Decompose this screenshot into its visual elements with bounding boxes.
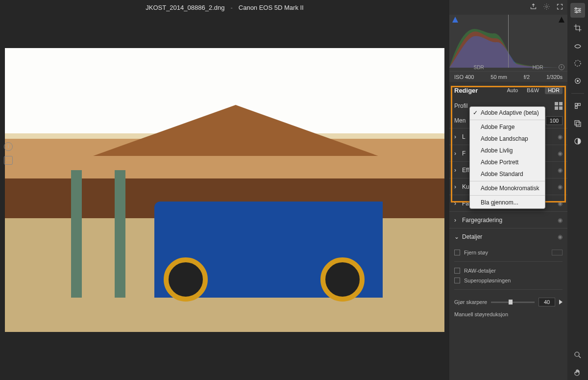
profile-option[interactable]: Adobe Portrett (470, 156, 545, 168)
chevron-right-icon: › (454, 150, 458, 157)
exif-shutter: 1/320s (546, 74, 563, 80)
section-label: L (462, 133, 466, 140)
mask-tool[interactable] (570, 56, 585, 71)
svg-rect-10 (575, 106, 578, 109)
sharpen-label: Gjør skarpere (454, 299, 487, 305)
amount-label: Men (454, 117, 466, 124)
profile-option-adaptive[interactable]: Adobe Adaptive (beta) (470, 107, 545, 119)
svg-point-3 (579, 10, 580, 11)
hdr-button[interactable]: HDR (545, 86, 563, 94)
profile-option[interactable]: Adobe Landschap (470, 133, 545, 145)
profile-browse[interactable]: Bla gjennom... (470, 197, 545, 208)
section-label: Fargegradering (462, 217, 502, 224)
hist-sdr-label: SDR (474, 65, 484, 70)
svg-rect-8 (575, 103, 578, 106)
profile-label: Profil (454, 102, 467, 109)
zoom-tool[interactable] (570, 348, 585, 362)
hand-tool[interactable] (570, 365, 585, 380)
exif-aperture: f/2 (524, 74, 530, 80)
redeye-tool[interactable] (570, 74, 585, 88)
chevron-right-icon: › (454, 133, 458, 140)
sharpen-expand-icon[interactable] (559, 300, 563, 304)
profile-dropdown[interactable]: Adobe Adaptive (beta) Adobe Farge Adobe … (469, 106, 545, 209)
photo-preview (5, 48, 444, 331)
edit-title: Rediger (454, 87, 478, 94)
manual-noise-label[interactable]: Manuell støyreduksjon (454, 306, 563, 317)
filename: JKOST_2014_08886_2.dng (146, 4, 224, 11)
eye-icon[interactable]: ◉ (558, 133, 563, 140)
chevron-right-icon: › (454, 200, 458, 207)
svg-point-5 (575, 60, 581, 66)
denoise-checkbox[interactable] (454, 250, 460, 255)
bw-button[interactable]: B&W (524, 86, 542, 94)
svg-rect-11 (575, 121, 579, 125)
chevron-right-icon: › (454, 183, 458, 190)
exif-iso: ISO 400 (454, 74, 474, 80)
section-label: F (462, 150, 466, 157)
profile-option[interactable]: Adobe Standard (470, 168, 545, 180)
export-icon[interactable] (530, 3, 537, 12)
raw-details-label: RAW-detaljer (464, 268, 496, 274)
eye-icon[interactable]: ◉ (558, 217, 563, 224)
eye-icon[interactable]: ◉ (558, 150, 563, 157)
eye-icon[interactable]: ◉ (558, 167, 563, 174)
section-label: Detaljer (462, 233, 482, 240)
sharpen-value[interactable]: 40 (539, 298, 555, 306)
amount-value[interactable]: 100 (546, 116, 563, 125)
svg-point-7 (577, 80, 579, 82)
profile-option[interactable]: Adobe Farge (470, 121, 545, 133)
lens-blur-tool[interactable] (570, 134, 585, 149)
settings-icon[interactable] (543, 3, 550, 12)
sharpen-slider[interactable] (491, 302, 535, 303)
svg-point-0 (546, 6, 548, 8)
eye-icon[interactable]: ◉ (558, 183, 563, 190)
profile-option[interactable]: Adobe Monokromatisk (470, 182, 545, 194)
edit-tool[interactable] (570, 3, 585, 18)
section-details[interactable]: ⌄ Detaljer ◉ (449, 228, 567, 245)
profile-browser-icon[interactable] (555, 102, 563, 110)
title-separator: - (230, 4, 232, 11)
svg-point-4 (576, 11, 577, 13)
denoise-label: Fjern støy (464, 250, 488, 255)
section-colorgrading[interactable]: › Fargegradering ◉ (449, 212, 567, 228)
svg-rect-9 (578, 103, 581, 106)
versions-tool[interactable] (570, 116, 585, 131)
svg-point-14 (575, 352, 579, 356)
eye-icon[interactable]: ◉ (558, 233, 563, 240)
presets-tool[interactable] (570, 99, 585, 113)
eye-icon[interactable]: ◉ (558, 200, 563, 207)
chevron-right-icon: › (454, 217, 458, 224)
camera-model: Canon EOS 5D Mark II (239, 4, 304, 11)
superres-checkbox[interactable] (454, 278, 460, 283)
histogram[interactable]: SDR HDR i (449, 15, 567, 71)
chevron-down-icon: ⌄ (454, 233, 458, 240)
exif-focal: 50 mm (490, 74, 507, 80)
hist-hdr-label: HDR (533, 65, 543, 70)
auto-button[interactable]: Auto (504, 86, 521, 94)
comment-icon[interactable]: ⋯ (4, 156, 13, 165)
shadow-clip-icon[interactable] (452, 17, 458, 23)
edit-header: Rediger Auto B&W HDR (449, 82, 567, 99)
raw-details-checkbox[interactable] (454, 268, 460, 274)
superres-label: Superoppløsningen (464, 278, 511, 283)
highlight-clip-icon[interactable] (559, 17, 564, 23)
histogram-info-icon[interactable]: i (559, 64, 564, 70)
svg-rect-12 (576, 122, 581, 127)
fullscreen-icon[interactable] (556, 3, 564, 12)
crop-tool[interactable] (570, 21, 585, 35)
chevron-right-icon: › (454, 167, 458, 174)
denoise-row: Fjern støy (454, 248, 563, 257)
edit-panel: SDR HDR i ISO 400 50 mm f/2 1/320s Redig… (449, 0, 567, 380)
svg-point-2 (575, 8, 577, 9)
title-bar: JKOST_2014_08886_2.dng - Canon EOS 5D Ma… (0, 0, 449, 15)
denoise-preview[interactable] (552, 250, 563, 255)
tool-rail (567, 0, 588, 380)
profile-option[interactable]: Adobe Livlig (470, 145, 545, 156)
image-viewport[interactable] (0, 15, 449, 380)
exif-row: ISO 400 50 mm f/2 1/320s (449, 71, 567, 82)
info-icon[interactable]: i (4, 142, 13, 151)
heal-tool[interactable] (570, 38, 585, 53)
